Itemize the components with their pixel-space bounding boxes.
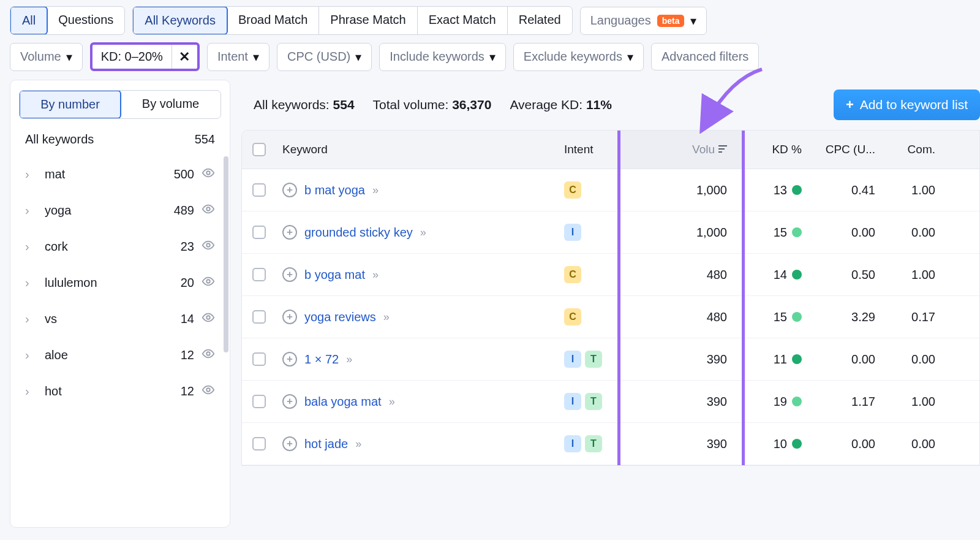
row-checkbox[interactable] — [252, 437, 266, 451]
sidebar-scrollthumb[interactable] — [224, 156, 228, 352]
eye-icon[interactable] — [202, 311, 215, 327]
filter-kd-label[interactable]: KD: 0–20% — [92, 45, 172, 69]
filter-advanced[interactable]: Advanced filters — [651, 43, 759, 70]
row-checkbox[interactable] — [252, 395, 266, 408]
cell-com: 1.00 — [883, 256, 944, 294]
chevron-right-icon: › — [25, 276, 36, 290]
cell-kd: 14 — [742, 256, 809, 294]
keyword-link[interactable]: grounded sticky key — [304, 226, 413, 240]
add-keyword-icon[interactable]: + — [282, 183, 297, 197]
row-checkbox[interactable] — [252, 268, 266, 281]
eye-icon[interactable] — [202, 383, 215, 400]
tab-all[interactable]: All — [10, 6, 48, 35]
sort-by-number[interactable]: By number — [19, 90, 121, 119]
eye-icon[interactable] — [202, 166, 215, 183]
sidebar-item[interactable]: ›mat500 — [10, 156, 230, 192]
filter-include[interactable]: Include keywords ▾ — [379, 43, 506, 71]
add-keyword-icon[interactable]: + — [282, 436, 297, 451]
row-checkbox[interactable] — [252, 310, 266, 324]
eye-icon[interactable] — [202, 238, 215, 255]
kd-difficulty-dot — [792, 312, 802, 322]
filter-intent[interactable]: Intent ▾ — [207, 43, 270, 71]
add-keyword-icon[interactable]: + — [282, 267, 297, 282]
keyword-link[interactable]: b yoga mat — [304, 268, 365, 282]
th-keyword[interactable]: Keyword — [276, 131, 558, 169]
open-serp-icon[interactable]: » — [372, 268, 376, 281]
cell-com: 0.00 — [883, 340, 944, 379]
chevron-down-icon: ▾ — [66, 50, 72, 64]
filter-kd-remove[interactable]: ✕ — [172, 45, 197, 69]
keyword-link[interactable]: yoga reviews — [304, 310, 376, 324]
th-cpc[interactable]: CPC (U... — [809, 131, 883, 169]
kd-difficulty-dot — [792, 270, 802, 280]
table-row: +b yoga mat»C480140.501.00 — [242, 254, 979, 296]
keyword-link[interactable]: 1 × 72 — [304, 352, 339, 367]
select-all-checkbox[interactable] — [252, 143, 266, 156]
add-keyword-icon[interactable]: + — [282, 394, 297, 409]
eye-icon[interactable] — [202, 347, 215, 363]
keyword-link[interactable]: bala yoga mat — [304, 395, 382, 409]
keywords-table: Keyword Intent Volu KD % CPC (U... Com. … — [241, 130, 980, 466]
filter-exclude[interactable]: Exclude keywords ▾ — [513, 43, 644, 71]
add-to-keyword-list-button[interactable]: + Add to keyword list — [834, 89, 980, 120]
chevron-right-icon: › — [25, 384, 36, 398]
th-com[interactable]: Com. — [883, 131, 944, 169]
table-row: +yoga reviews»C480153.290.17 — [242, 296, 979, 338]
sidebar-item-label: cork — [45, 240, 68, 254]
beta-badge: beta — [657, 15, 685, 27]
eye-icon[interactable] — [202, 202, 215, 219]
open-serp-icon[interactable]: » — [346, 353, 350, 366]
tab-questions[interactable]: Questions — [47, 7, 124, 34]
cell-kd: 19 — [742, 382, 809, 421]
cell-intent: IT — [558, 423, 619, 465]
cell-intent: C — [558, 254, 619, 295]
th-intent[interactable]: Intent — [558, 131, 619, 169]
row-checkbox[interactable] — [252, 352, 266, 366]
sidebar-item[interactable]: ›hot12 — [10, 373, 230, 409]
add-keyword-icon[interactable]: + — [282, 352, 297, 367]
filter-cpc[interactable]: CPC (USD) ▾ — [277, 43, 372, 71]
intent-badge-c: C — [564, 266, 581, 283]
sidebar-item[interactable]: ›lululemon20 — [10, 265, 230, 301]
languages-dropdown[interactable]: Languages beta ▾ — [580, 7, 707, 35]
eye-icon[interactable] — [202, 275, 215, 291]
intent-badge-i: I — [564, 393, 581, 410]
open-serp-icon[interactable]: » — [389, 395, 393, 408]
keyword-link[interactable]: hot jade — [304, 437, 348, 451]
tab-all-keywords[interactable]: All Keywords — [132, 6, 228, 35]
sort-by-volume[interactable]: By volume — [121, 91, 221, 118]
cell-kd: 15 — [742, 298, 809, 337]
sidebar-item-label: yoga — [45, 203, 71, 218]
row-checkbox[interactable] — [252, 226, 266, 239]
sidebar-all-keywords-row[interactable]: All keywords 554 — [10, 123, 230, 156]
table-row: +hot jade»IT390100.000.00 — [242, 423, 979, 465]
cell-volume: 390 — [619, 382, 742, 421]
th-volume[interactable]: Volu — [619, 131, 742, 169]
sidebar-item[interactable]: ›aloe12 — [10, 337, 230, 373]
th-kd[interactable]: KD % — [742, 131, 809, 169]
filter-include-label: Include keywords — [390, 50, 484, 64]
cell-kd: 13 — [742, 171, 809, 210]
sidebar-item-count: 20 — [181, 276, 194, 290]
row-checkbox[interactable] — [252, 183, 266, 197]
cell-volume: 480 — [619, 256, 742, 294]
top-tab-row: All Questions All Keywords Broad Match P… — [0, 0, 980, 40]
sidebar-item-count: 23 — [181, 240, 194, 254]
tab-broad-match[interactable]: Broad Match — [227, 7, 319, 34]
add-keyword-icon[interactable]: + — [282, 225, 297, 240]
sidebar-scrollbar[interactable] — [224, 156, 228, 527]
open-serp-icon[interactable]: » — [355, 438, 359, 451]
open-serp-icon[interactable]: » — [372, 184, 376, 197]
filter-kd-active: KD: 0–20% ✕ — [90, 42, 200, 71]
tab-exact-match[interactable]: Exact Match — [418, 7, 508, 34]
tab-related[interactable]: Related — [508, 7, 572, 34]
sidebar-item[interactable]: ›cork23 — [10, 229, 230, 265]
filter-volume[interactable]: Volume ▾ — [10, 43, 83, 71]
keyword-link[interactable]: b mat yoga — [304, 183, 365, 197]
open-serp-icon[interactable]: » — [420, 226, 424, 239]
sidebar-item[interactable]: ›vs14 — [10, 301, 230, 337]
add-keyword-icon[interactable]: + — [282, 310, 297, 324]
tab-phrase-match[interactable]: Phrase Match — [319, 7, 417, 34]
sidebar-item[interactable]: ›yoga489 — [10, 192, 230, 229]
open-serp-icon[interactable]: » — [383, 311, 387, 324]
